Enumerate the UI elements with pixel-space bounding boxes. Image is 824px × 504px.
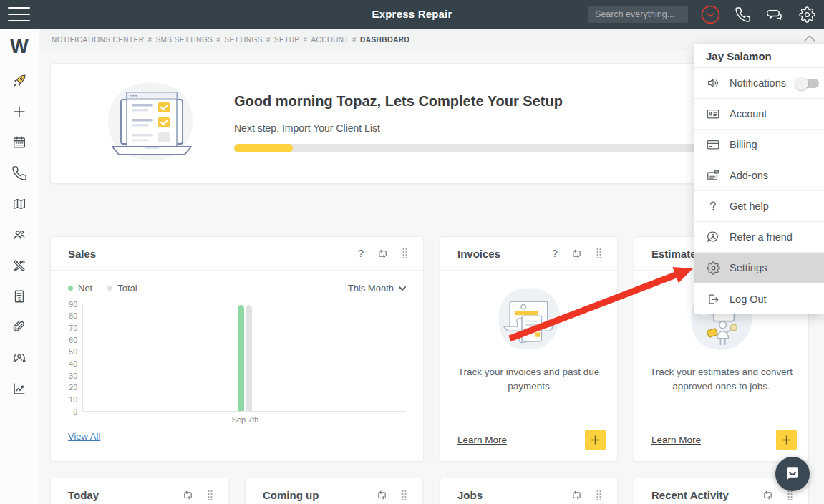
breadcrumb-separator: # xyxy=(147,36,152,44)
refresh-icon[interactable] xyxy=(377,248,388,259)
menu-item-label: Log Out xyxy=(730,294,767,305)
help-icon[interactable]: ? xyxy=(552,248,558,259)
legend-total: Total xyxy=(107,283,137,294)
sales-controls: Net Total This Month xyxy=(51,271,423,294)
y-tick-label: 0 xyxy=(73,408,77,416)
widget-title: Recent Activity xyxy=(651,489,729,501)
breadcrumb-separator: # xyxy=(266,36,271,44)
user-name: Jay Salamon xyxy=(694,44,824,68)
phone-outline-icon xyxy=(11,165,27,181)
drag-handle-icon[interactable] xyxy=(207,490,213,501)
paperclip-icon xyxy=(11,319,27,335)
sidebar-item-reports[interactable] xyxy=(11,379,29,397)
sales-widget-header: Sales ? xyxy=(51,237,423,271)
sidebar-item-add-new[interactable] xyxy=(11,102,29,120)
sidebar-item-calls[interactable] xyxy=(11,164,29,182)
menu-item-account[interactable]: Account xyxy=(694,99,824,130)
total-dot xyxy=(107,286,112,291)
rocket-icon xyxy=(11,72,28,89)
learn-more-link[interactable]: Learn More xyxy=(457,435,507,445)
breadcrumb-item[interactable]: NOTIFICATIONS CENTER xyxy=(52,36,144,44)
y-tick-label: 20 xyxy=(69,384,77,392)
banner-subtitle: Next step, Import Your Client List xyxy=(234,122,380,134)
setup-progress-fill xyxy=(234,144,293,152)
sidebar-item-team[interactable] xyxy=(11,226,29,243)
hamburger-menu-icon[interactable] xyxy=(8,7,30,21)
breadcrumb-item[interactable]: SMS SETTINGS xyxy=(155,36,213,44)
menu-caret-icon xyxy=(803,34,816,42)
refresh-icon[interactable] xyxy=(377,490,387,500)
add-invoice-button[interactable] xyxy=(585,430,606,450)
tools-icon xyxy=(11,258,27,273)
refresh-icon[interactable] xyxy=(571,490,582,500)
drag-handle-icon[interactable] xyxy=(402,248,408,259)
left-sidebar: W $ xyxy=(0,29,39,504)
gear-icon[interactable] xyxy=(797,4,817,24)
invoices-empty-state: Track your invoices and past due payment… xyxy=(440,271,617,393)
sales-widget: Sales ? Net Total This Month 01020304050… xyxy=(50,236,424,462)
user-dropdown-menu: Jay Salamon Notifications Account Billin… xyxy=(694,44,824,314)
refresh-icon[interactable] xyxy=(183,490,193,500)
drag-handle-icon[interactable] xyxy=(596,248,602,259)
invoices-footer: Learn More xyxy=(457,430,606,450)
bar-net xyxy=(238,305,244,411)
reports-icon xyxy=(11,381,27,397)
breadcrumb-separator: # xyxy=(303,36,307,44)
widget-title: Invoices xyxy=(457,248,500,260)
y-tick-label: 40 xyxy=(69,360,77,368)
menu-item-label: Billing xyxy=(730,139,757,150)
menu-item-get-help[interactable]: Get help xyxy=(694,191,824,222)
phone-icon[interactable] xyxy=(732,4,752,24)
view-all-link[interactable]: View All xyxy=(68,431,100,442)
sales-chart-plot: Sep 7th xyxy=(82,304,406,412)
sidebar-item-refer[interactable] xyxy=(11,349,29,367)
menu-item-label: Add-ons xyxy=(730,170,768,181)
coming-up-widget: Coming up xyxy=(245,478,423,504)
sidebar-item-attachments[interactable] xyxy=(11,318,29,336)
menu-item-settings[interactable]: Settings xyxy=(694,253,824,284)
menu-item-log-out[interactable]: Log Out xyxy=(694,284,824,314)
sidebar-item-map[interactable] xyxy=(11,195,29,213)
header-actions xyxy=(588,0,817,29)
refresh-icon[interactable] xyxy=(571,248,582,259)
calendar-icon xyxy=(11,135,27,150)
y-tick-label: 30 xyxy=(69,372,77,380)
search-input[interactable] xyxy=(588,6,688,23)
sidebar-item-tools[interactable] xyxy=(11,256,29,274)
sales-chart-bars xyxy=(238,305,252,411)
menu-item-addons[interactable]: Add-ons xyxy=(694,160,824,191)
map-icon xyxy=(11,196,27,212)
refresh-icon[interactable] xyxy=(762,490,773,500)
notifications-toggle[interactable] xyxy=(795,79,819,88)
breadcrumb-item[interactable]: SETTINGS xyxy=(224,36,263,44)
drag-handle-icon[interactable] xyxy=(401,490,407,501)
invoices-illustration xyxy=(493,284,565,355)
refer-icon xyxy=(11,350,27,366)
widget-description: Track your estimates and convert approve… xyxy=(644,365,798,393)
menu-item-label: Account xyxy=(730,108,767,120)
date-range-dropdown[interactable]: This Month xyxy=(348,283,406,294)
breadcrumb-item[interactable]: SETUP xyxy=(274,36,300,44)
breadcrumb-item[interactable]: ACCOUNT xyxy=(311,36,349,44)
inbox-icon[interactable] xyxy=(700,4,720,24)
drag-handle-icon[interactable] xyxy=(596,490,602,501)
menu-item-notifications[interactable]: Notifications xyxy=(694,68,824,99)
invoice-doc-icon: $ xyxy=(11,289,27,304)
learn-more-link[interactable]: Learn More xyxy=(651,435,701,445)
sidebar-item-schedule[interactable] xyxy=(11,133,29,151)
menu-item-label: Notifications xyxy=(730,77,786,89)
menu-item-refer-a-friend[interactable]: Refer a friend xyxy=(694,222,824,253)
sidebar-item-setup[interactable] xyxy=(11,72,29,89)
add-estimate-button[interactable] xyxy=(776,430,797,450)
help-icon[interactable]: ? xyxy=(358,248,364,259)
workiz-logo[interactable]: W xyxy=(0,29,39,64)
chat-launcher-button[interactable] xyxy=(775,457,810,491)
question-icon xyxy=(706,199,720,213)
y-tick-label: 10 xyxy=(69,396,77,404)
sales-chart: 0102030405060708090 Sep 7th xyxy=(51,294,423,412)
chat-icon[interactable] xyxy=(765,4,785,24)
y-tick-label: 80 xyxy=(69,312,77,320)
sidebar-item-invoices[interactable]: $ xyxy=(11,287,29,305)
y-tick-label: 90 xyxy=(69,301,77,309)
menu-item-billing[interactable]: Billing xyxy=(694,130,824,160)
